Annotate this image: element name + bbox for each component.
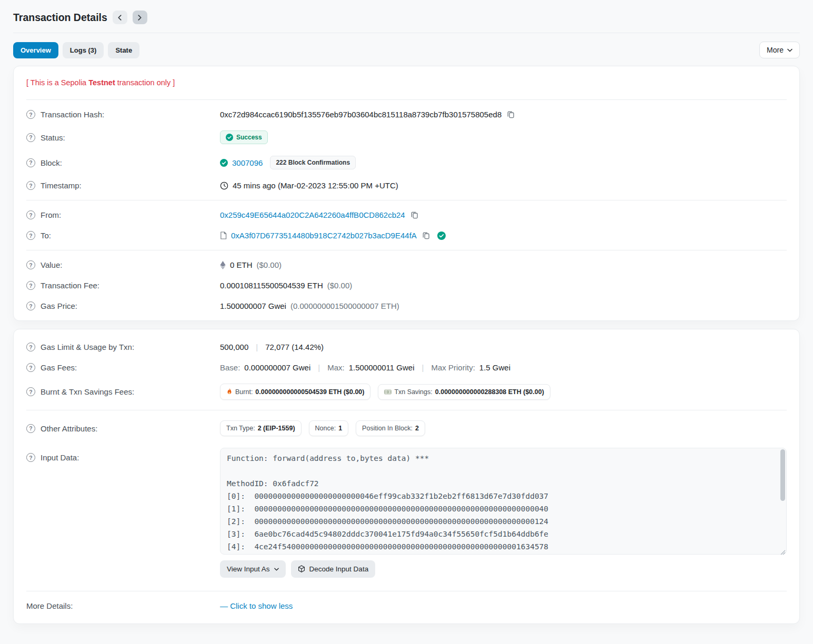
txn-savings-badge: Txn Savings: 0.000000000000288308 ETH ($… (378, 384, 550, 400)
to-row: ? To: 0xA3f07D6773514480b918C2742b027b3a… (26, 225, 787, 246)
status-badge: Success (220, 130, 268, 144)
tab-state[interactable]: State (108, 42, 139, 58)
tab-overview[interactable]: Overview (13, 42, 58, 58)
help-icon[interactable]: ? (26, 453, 35, 462)
next-transaction-button[interactable] (133, 11, 147, 24)
transaction-hash-row: ? Transaction Hash: 0xc72d984ccac6190b5f… (26, 104, 787, 125)
block-confirmations-badge: 222 Block Confirmations (270, 156, 356, 169)
help-icon[interactable]: ? (26, 387, 35, 396)
input-data-textarea[interactable]: Function: forward(address to,bytes data)… (220, 448, 787, 555)
decode-input-data-button[interactable]: Decode Input Data (291, 560, 376, 578)
ethereum-icon (220, 261, 226, 269)
separator: | (422, 363, 424, 372)
details-card: ? Gas Limit & Usage by Txn: 500,000 | 72… (13, 329, 800, 624)
transaction-hash-label: Transaction Hash: (41, 110, 104, 119)
block-label: Block: (41, 158, 62, 167)
help-icon[interactable]: ? (26, 363, 35, 372)
burnt-fee-label: Burnt: (235, 388, 253, 396)
flame-icon (226, 388, 233, 396)
input-data-row: ? Input Data: Function: forward(address … (26, 442, 787, 583)
tabs: Overview Logs (3) State (13, 42, 139, 58)
value-usd: ($0.00) (257, 260, 282, 269)
max-fee-label: Max: (327, 363, 345, 372)
burnt-savings-row: ? Burnt & Txn Savings Fees: Burnt: 0.000… (26, 378, 787, 406)
gas-fees-label: Gas Fees: (41, 363, 77, 372)
gas-limit-row: ? Gas Limit & Usage by Txn: 500,000 | 72… (26, 337, 787, 357)
gas-price-label: Gas Price: (41, 301, 77, 310)
page-header: Transaction Details (13, 6, 800, 33)
divider (26, 410, 787, 410)
separator: | (256, 343, 258, 351)
testnet-notice: [ This is a Sepolia Testnet transaction … (26, 71, 787, 95)
check-circle-icon (226, 134, 233, 141)
txn-type-value: 2 (EIP-1559) (258, 425, 295, 432)
help-icon[interactable]: ? (26, 343, 35, 351)
help-icon[interactable]: ? (26, 158, 35, 167)
help-icon[interactable]: ? (26, 231, 35, 240)
position-in-block-value: 2 (415, 425, 419, 432)
gas-limit-value: 500,000 (220, 343, 248, 351)
from-row: ? From: 0x259c49E65644a020C2A642260a4ffB… (26, 205, 787, 225)
txn-type-badge: Txn Type: 2 (EIP-1559) (220, 420, 302, 436)
status-badge-text: Success (236, 134, 262, 141)
to-address-link[interactable]: 0xA3f07D6773514480b918C2742b027b3acD9E44… (231, 231, 417, 240)
transaction-fee-amount: 0.000108115500504539 ETH (220, 281, 323, 290)
chevron-down-icon (787, 48, 792, 52)
position-in-block-label: Position In Block: (362, 425, 413, 432)
burnt-savings-label: Burnt & Txn Savings Fees: (41, 387, 134, 396)
view-input-as-label: View Input As (227, 565, 270, 573)
show-less-link[interactable]: — Click to show less (220, 601, 293, 610)
more-details-row: More Details: — Click to show less (26, 596, 787, 616)
gas-price-row: ? Gas Price: 1.500000007 Gwei (0.0000000… (26, 296, 787, 316)
position-in-block-badge: Position In Block: 2 (356, 420, 425, 436)
from-address-link[interactable]: 0x259c49E65644a020C2A642260a4ffB0CD862cb… (220, 210, 405, 219)
copy-icon[interactable] (421, 232, 431, 239)
page-title: Transaction Details (13, 12, 107, 24)
timestamp-value: 45 mins ago (Mar-02-2023 12:55:00 PM +UT… (233, 181, 398, 190)
copy-icon[interactable] (409, 211, 419, 219)
txn-savings-value: 0.000000000000288308 ETH ($0.00) (435, 388, 544, 396)
to-label: To: (41, 231, 51, 240)
contract-file-icon (220, 232, 227, 239)
clock-icon (220, 182, 228, 190)
testnet-notice-bold: Testnet (88, 78, 115, 87)
other-attributes-label: Other Attributes: (41, 424, 97, 433)
more-dropdown-button[interactable]: More (759, 42, 800, 58)
view-input-as-button[interactable]: View Input As (220, 560, 286, 578)
base-fee-value: 0.000000007 Gwei (244, 363, 310, 372)
previous-transaction-button[interactable] (113, 11, 127, 24)
help-icon[interactable]: ? (26, 301, 35, 310)
status-label: Status: (41, 133, 65, 142)
decode-input-data-label: Decode Input Data (309, 565, 369, 573)
burnt-fee-value: 0.000000000000504539 ETH ($0.00) (255, 388, 364, 396)
divider (26, 591, 787, 591)
other-attributes-row: ? Other Attributes: Txn Type: 2 (EIP-155… (26, 415, 787, 442)
help-icon[interactable]: ? (26, 133, 35, 142)
value-row: ? Value: 0 ETH ($0.00) (26, 255, 787, 275)
tab-logs[interactable]: Logs (3) (63, 42, 104, 58)
max-priority-fee-label: Max Priority: (431, 363, 475, 372)
help-icon[interactable]: ? (26, 424, 35, 433)
block-number-link[interactable]: 3007096 (232, 158, 263, 167)
copy-icon[interactable] (506, 110, 516, 118)
help-icon[interactable]: ? (26, 110, 35, 119)
max-priority-fee-value: 1.5 Gwei (479, 363, 510, 372)
more-button-label: More (767, 46, 784, 54)
chevron-left-icon (117, 15, 122, 21)
gas-price-amount: 1.500000007 Gwei (220, 301, 286, 310)
check-circle-icon (220, 159, 228, 167)
verified-check-icon (437, 232, 446, 240)
separator: | (318, 363, 320, 372)
timestamp-label: Timestamp: (41, 181, 82, 190)
resize-grip-icon[interactable] (780, 548, 786, 553)
help-icon[interactable]: ? (26, 210, 35, 219)
more-details-label: More Details: (26, 601, 73, 610)
scrollbar-thumb[interactable] (780, 449, 785, 501)
help-icon[interactable]: ? (26, 260, 35, 269)
help-icon[interactable]: ? (26, 181, 35, 190)
chevron-down-icon (274, 568, 279, 571)
divider (26, 200, 787, 200)
money-savings-icon (384, 389, 392, 395)
help-icon[interactable]: ? (26, 281, 35, 290)
nonce-value: 1 (338, 425, 342, 432)
